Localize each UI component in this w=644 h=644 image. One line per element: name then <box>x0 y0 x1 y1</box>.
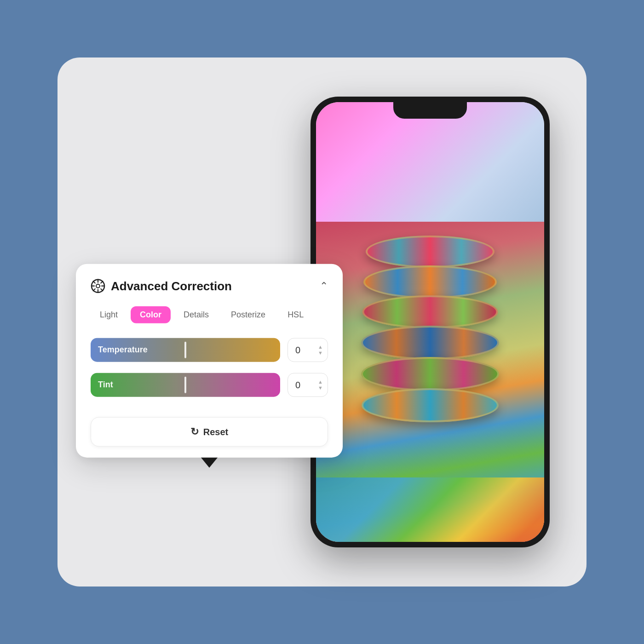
temperature-arrows[interactable]: ▲ ▼ <box>318 345 323 356</box>
phone-notch <box>393 102 467 119</box>
tab-hsl[interactable]: HSL <box>278 306 313 323</box>
tint-arrows[interactable]: ▲ ▼ <box>318 380 323 391</box>
phone-mockup <box>310 97 550 547</box>
svg-point-1 <box>96 284 100 288</box>
tab-posterize[interactable]: Posterize <box>222 306 275 323</box>
main-card: Advanced Correction ⌃ Light Color Detail… <box>58 58 586 586</box>
tab-light[interactable]: Light <box>91 306 127 323</box>
tab-color[interactable]: Color <box>131 306 171 323</box>
temperature-slider-row: Temperature 0 ▲ ▼ <box>91 338 328 362</box>
phone-screen <box>316 102 544 542</box>
tabs-container: Light Color Details Posterize HSL <box>91 306 328 323</box>
tint-value-box: 0 ▲ ▼ <box>288 373 328 397</box>
tooltip-pointer-arrow <box>201 458 218 468</box>
temperature-value: 0 <box>295 345 300 355</box>
tint-slider-track[interactable]: Tint <box>91 373 280 397</box>
reset-label: Reset <box>203 426 228 437</box>
temperature-up-arrow[interactable]: ▲ <box>318 345 323 350</box>
phone-photo-area <box>316 222 544 542</box>
temperature-slider-track[interactable]: Temperature <box>91 338 280 362</box>
reset-button[interactable]: ↻ Reset <box>91 417 328 447</box>
reset-area: ↻ Reset <box>91 408 328 458</box>
chevron-up-icon[interactable]: ⌃ <box>320 280 328 292</box>
temperature-down-arrow[interactable]: ▼ <box>318 351 323 356</box>
temperature-value-box: 0 ▲ ▼ <box>288 338 328 362</box>
phone-screen-gradient <box>316 102 544 222</box>
tab-details[interactable]: Details <box>174 306 218 323</box>
tint-up-arrow[interactable]: ▲ <box>318 380 323 385</box>
temperature-label: Temperature <box>98 345 148 355</box>
reset-icon: ↻ <box>190 426 199 438</box>
tint-slider-row: Tint 0 ▲ ▼ <box>91 373 328 397</box>
panel-title: Advanced Correction <box>111 279 232 293</box>
panel-header-left: Advanced Correction <box>91 279 232 293</box>
tint-value: 0 <box>295 380 300 390</box>
tint-slider-container: Tint 0 ▲ ▼ <box>91 373 328 397</box>
tint-slider-handle <box>184 377 186 393</box>
temperature-slider-container: Temperature 0 ▲ ▼ <box>91 338 328 362</box>
tint-down-arrow[interactable]: ▼ <box>318 385 323 391</box>
tint-label: Tint <box>98 380 113 390</box>
advanced-correction-panel: Advanced Correction ⌃ Light Color Detail… <box>76 264 343 458</box>
settings-circle-icon <box>91 279 105 293</box>
panel-header: Advanced Correction ⌃ <box>91 279 328 293</box>
temperature-slider-handle <box>184 342 186 358</box>
